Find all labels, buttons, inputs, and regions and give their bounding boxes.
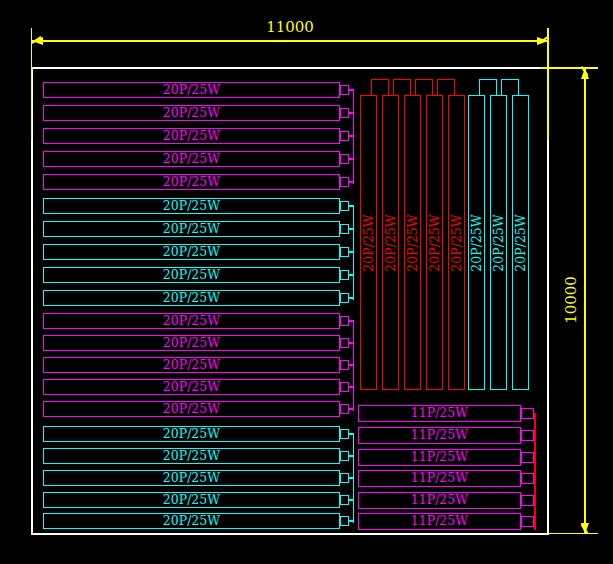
panel-bar: 20P/25W <box>43 313 340 329</box>
connector-stub <box>340 177 349 187</box>
panel-label: 20P/25W <box>406 214 419 271</box>
connector-stub <box>340 293 349 303</box>
cad-drawing-canvas: 20P/25W20P/25W20P/25W20P/25W20P/25W20P/2… <box>0 0 613 564</box>
panel-bar: 20P/25W <box>43 128 340 144</box>
panel-label: 20P/25W <box>384 214 397 271</box>
panel-bar: 20P/25W <box>43 198 340 214</box>
width-dimension-label: 11000 <box>240 20 340 35</box>
height-extension-line-top <box>540 67 598 69</box>
connector-stub <box>340 473 349 483</box>
panel-bar: 20P/25W <box>43 357 340 373</box>
panel-bar: 20P/25W <box>43 513 340 529</box>
panel-bar: 20P/25W <box>43 379 340 395</box>
connector-stub <box>340 451 349 461</box>
connector-stub <box>340 154 349 164</box>
connector-stub <box>340 85 349 95</box>
connector-stub <box>521 452 534 463</box>
connector-trunk <box>353 434 355 523</box>
connector-stub <box>340 131 349 141</box>
panel-bar: 20P/25W <box>43 470 340 486</box>
width-dimension-line <box>32 40 548 42</box>
panel-bar: 11P/25W <box>358 513 521 530</box>
top-connector <box>479 79 497 95</box>
panel-bar: 11P/25W <box>358 492 521 509</box>
panel-bar: 20P/25W <box>43 448 340 464</box>
connector-stub <box>340 224 349 234</box>
connector-stub <box>521 495 534 506</box>
connector-stub <box>521 430 534 441</box>
panel-label: 20P/25W <box>470 214 483 271</box>
panel-bar: 20P/25W <box>43 221 340 237</box>
connector-stub <box>340 516 349 526</box>
panel-bar: 20P/25W <box>43 105 340 121</box>
panel-label: 20P/25W <box>450 214 463 271</box>
connector-trunk <box>534 413 536 530</box>
connector-stub <box>340 270 349 280</box>
panel-label: 20P/25W <box>492 214 505 271</box>
panel-bar: 11P/25W <box>358 405 521 422</box>
connector-stub <box>340 108 349 118</box>
panel-bar: 20P/25W <box>43 82 340 98</box>
height-dimension-line <box>584 68 586 534</box>
panel-label: 20P/25W <box>362 214 375 271</box>
panel-bar: 20P/25W <box>43 492 340 508</box>
top-connector <box>501 79 519 95</box>
panel-bar: 20P/25W <box>43 401 340 417</box>
top-connector <box>371 79 389 95</box>
top-connector <box>393 79 411 95</box>
connector-stub <box>521 408 534 419</box>
panel-bar: 11P/25W <box>358 470 521 487</box>
panel-bar: 20P/25W <box>43 335 340 351</box>
top-connector <box>437 79 455 95</box>
height-extension-line-bottom <box>549 533 598 535</box>
panel-bar: 20P/25W <box>43 267 340 283</box>
connector-stub <box>521 516 534 527</box>
connector-stub <box>340 201 349 211</box>
connector-stub <box>340 404 349 414</box>
height-dimension-label: 10000 <box>564 276 579 324</box>
panel-bar: 20P/25W <box>43 174 340 190</box>
panel-bar: 20P/25W <box>43 290 340 306</box>
panel-bar: 11P/25W <box>358 449 521 466</box>
top-connector <box>415 79 433 95</box>
panel-label: 20P/25W <box>428 214 441 271</box>
connector-stub <box>340 247 349 257</box>
panel-bar: 20P/25W <box>43 426 340 442</box>
connector-stub <box>340 360 349 370</box>
connector-trunk <box>353 90 355 184</box>
connector-stub <box>340 495 349 505</box>
connector-stub <box>340 382 349 392</box>
panel-label: 20P/25W <box>514 214 527 271</box>
connector-stub <box>340 316 349 326</box>
panel-bar: 20P/25W <box>43 244 340 260</box>
connector-stub <box>340 429 349 439</box>
connector-stub <box>521 473 534 484</box>
connector-trunk <box>353 321 355 411</box>
panel-bar: 20P/25W <box>43 151 340 167</box>
panel-bar: 11P/25W <box>358 427 521 444</box>
connector-stub <box>340 338 349 348</box>
connector-trunk <box>353 206 355 300</box>
